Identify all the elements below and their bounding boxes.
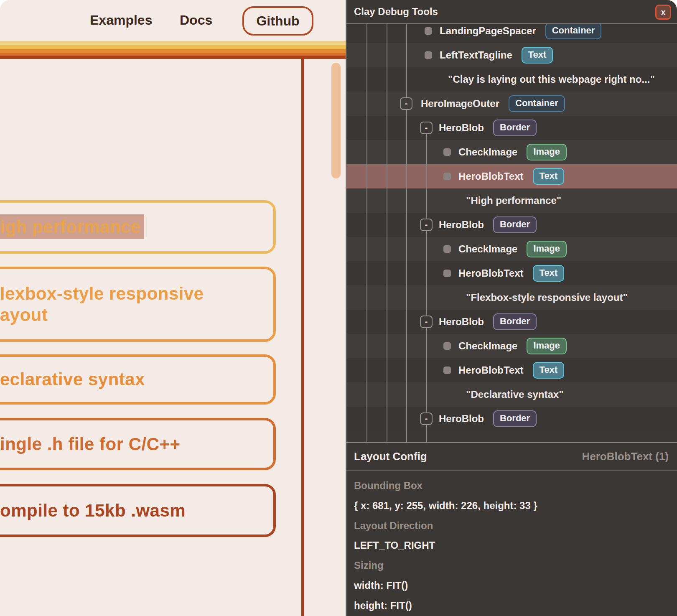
decorative-stripe-band	[0, 41, 346, 59]
stripe	[0, 49, 346, 53]
debug-highlight-overlay: igh performance	[0, 214, 144, 239]
node-label-group: CheckImageImage	[458, 334, 567, 358]
tree-row[interactable]: LandingPageSpacerContainer	[346, 24, 677, 43]
node-type-badge: Image	[527, 338, 567, 354]
node-name: HeroBlob	[439, 219, 484, 231]
node-name: HeroBlobText	[458, 267, 524, 279]
stripe	[0, 56, 346, 59]
tree-row[interactable]: LeftTextTaglineText	[346, 43, 677, 67]
layout-config-section: Layout Config HeroBlobText (1) Bounding …	[346, 442, 677, 616]
node-label-group: HeroBlobTextText	[458, 261, 564, 285]
debug-panel-title: Clay Debug Tools	[354, 6, 438, 18]
feature-box: eclarative syntax	[0, 354, 276, 405]
feature-text: ingle .h file for C/C++	[0, 433, 181, 455]
collapse-button[interactable]: -	[420, 316, 433, 328]
node-label-group: HeroBlobBorder	[439, 407, 537, 431]
text-preview: "High performance"	[466, 195, 561, 206]
config-field-value: LEFT_TO_RIGHT	[354, 540, 669, 552]
tree-row[interactable]: HeroBlobTextText	[346, 358, 677, 382]
feature-box: ompile to 15kb .wasm	[0, 484, 276, 537]
tree-indent-guide	[366, 24, 367, 442]
node-name: HeroBlob	[439, 316, 484, 328]
node-type-badge: Border	[493, 410, 537, 427]
node-type-badge: Text	[522, 47, 553, 64]
node-label-group: HeroBlobBorder	[439, 116, 537, 140]
tree-indent-guide	[426, 134, 427, 219]
tree-row[interactable]: -HeroBlobBorder	[346, 407, 677, 431]
web-page: Examples Docs Github igh performancelexb…	[0, 0, 346, 616]
close-icon: x	[661, 8, 665, 16]
tree-preview-row: "Declarative syntax"	[346, 382, 677, 407]
node-bullet-icon	[425, 51, 432, 59]
github-button-label: Github	[256, 13, 299, 29]
node-name: CheckImage	[458, 243, 517, 255]
node-bullet-icon	[425, 27, 432, 35]
tree-indent-guide	[406, 24, 407, 97]
collapse-button[interactable]: -	[400, 97, 412, 110]
tree-row[interactable]: CheckImageImage	[346, 334, 677, 358]
stripe	[0, 41, 346, 45]
node-bullet-icon	[443, 148, 451, 156]
tree-row[interactable]: -HeroBlobBorder	[346, 116, 677, 140]
node-name: HeroBlobText	[458, 364, 524, 376]
nav-link-examples[interactable]: Examples	[90, 13, 152, 28]
close-button[interactable]: x	[655, 5, 671, 20]
node-label-group: HeroImageOuterContainer	[421, 92, 565, 116]
node-name: HeroBlobText	[458, 171, 524, 182]
tree-row[interactable]: HeroBlobTextText	[346, 164, 677, 188]
node-name: LandingPageSpacer	[440, 25, 536, 37]
node-name: HeroBlob	[439, 122, 484, 134]
nav-link-docs[interactable]: Docs	[180, 13, 212, 28]
collapse-button[interactable]: -	[420, 122, 433, 134]
feature-text: igh performance	[0, 216, 144, 237]
tree-indent-guide	[426, 231, 427, 316]
node-name: CheckImage	[458, 146, 517, 158]
node-type-badge: Border	[493, 216, 537, 233]
node-type-badge: Text	[533, 265, 565, 282]
node-bullet-icon	[443, 342, 451, 350]
stripe	[0, 45, 346, 49]
tree-indent-guide	[387, 24, 387, 442]
app-window: Examples Docs Github igh performancelexb…	[0, 0, 677, 616]
node-label-group: HeroBlobTextText	[458, 358, 564, 382]
collapse-button[interactable]: -	[420, 412, 433, 425]
selected-element-label: HeroBlobText (1)	[582, 450, 669, 463]
node-label-group: CheckImageImage	[458, 237, 567, 261]
feature-text: ompile to 15kb .wasm	[0, 500, 186, 521]
layout-config-title: Layout Config	[354, 450, 427, 463]
tree-preview-row: "Flexbox-style responsive layout"	[346, 285, 677, 310]
collapse-button[interactable]: -	[420, 219, 433, 231]
github-button[interactable]: Github	[242, 6, 313, 36]
node-name: HeroImageOuter	[421, 98, 499, 109]
feature-text: lexbox-style responsive ayout	[0, 283, 238, 326]
tree-row[interactable]: HeroBlobTextText	[346, 261, 677, 285]
tree-row[interactable]: -HeroBlobBorder	[346, 310, 677, 334]
node-name: CheckImage	[458, 340, 517, 352]
feature-box: lexbox-style responsive ayout	[0, 267, 276, 342]
node-type-badge: Text	[533, 362, 565, 379]
node-type-badge: Border	[493, 120, 537, 136]
text-preview: "Flexbox-style responsive layout"	[466, 292, 628, 303]
tree-row[interactable]: CheckImageImage	[346, 237, 677, 261]
page-scrollbar-thumb[interactable]	[331, 63, 341, 178]
node-type-badge: Container	[545, 24, 602, 39]
layout-config-body: Bounding Box{ x: 681, y: 255, width: 226…	[346, 471, 677, 612]
node-type-badge: Image	[527, 144, 567, 160]
node-name: LeftTextTagline	[440, 49, 512, 61]
tree-row[interactable]: CheckImageImage	[346, 140, 677, 164]
node-label-group: LeftTextTaglineText	[440, 43, 553, 67]
config-field-value: width: FIT()	[354, 580, 669, 592]
tree-indent-guide	[406, 110, 407, 442]
node-type-badge: Text	[533, 168, 565, 185]
node-label-group: CheckImageImage	[458, 140, 567, 164]
page-vertical-divider	[301, 59, 304, 616]
layout-config-header: Layout Config HeroBlobText (1)	[346, 443, 677, 471]
tree-row[interactable]: -HeroBlobBorder	[346, 213, 677, 237]
element-tree: LandingPageSpacerContainerLeftTextTaglin…	[346, 24, 677, 442]
config-field-value: { x: 681, y: 255, width: 226, height: 33…	[354, 500, 669, 512]
node-type-badge: Container	[509, 95, 565, 112]
tree-preview-row: "Clay is laying out this webpage right n…	[346, 67, 677, 92]
tree-row[interactable]: -HeroImageOuterContainer	[346, 92, 677, 116]
node-bullet-icon	[443, 367, 451, 374]
node-type-badge: Image	[527, 241, 567, 257]
